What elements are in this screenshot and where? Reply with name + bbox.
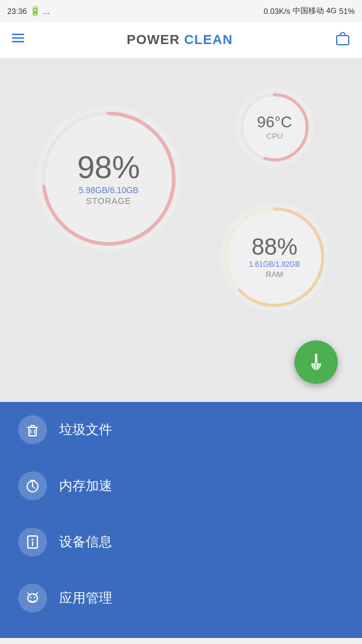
apps-icon-wrap	[18, 584, 47, 613]
info-icon	[25, 534, 40, 550]
hamburger-icon[interactable]	[11, 31, 25, 49]
storage-percent: 98%	[77, 151, 140, 183]
trash-icon	[25, 422, 40, 438]
svg-point-33	[30, 597, 31, 598]
svg-line-35	[28, 593, 29, 595]
svg-rect-3	[337, 36, 349, 45]
device-icon-wrap	[18, 528, 47, 556]
clean-fab-button[interactable]	[294, 340, 338, 384]
cpu-gauge: 96°C CPU	[235, 88, 314, 167]
svg-point-34	[34, 597, 35, 598]
status-notification-icon: 🔋	[30, 5, 41, 16]
bag-icon[interactable]	[334, 30, 351, 50]
status-time: 23:36	[7, 7, 27, 16]
nav-item-apps[interactable]: 应用管理	[0, 570, 362, 626]
nav-item-device[interactable]: 设备信息	[0, 514, 362, 570]
storage-used: 5.98GB/6.10GB	[79, 185, 139, 195]
status-dots: ...	[43, 7, 50, 16]
junk-label: 垃圾文件	[59, 421, 112, 439]
ram-used: 1.61GB/1.82GB	[249, 260, 300, 269]
nav-item-memory[interactable]: 内存加速	[0, 458, 362, 514]
app-title: POWER CLEAN	[127, 32, 233, 48]
ram-gauge: 88% 1.61GB/1.82GB RAM	[220, 203, 329, 311]
title-clean: CLEAN	[184, 32, 233, 47]
android-icon	[25, 590, 40, 606]
app-header: POWER CLEAN	[0, 22, 362, 58]
svg-rect-13	[315, 354, 317, 363]
bottom-navigation: 垃圾文件 内存加速 设备信息	[0, 402, 362, 638]
status-carrier: 中国移动 4G	[293, 5, 337, 16]
memory-icon-wrap	[18, 471, 47, 500]
title-power: POWER	[127, 32, 180, 47]
svg-line-26	[33, 486, 35, 488]
status-time-area: 23:36 🔋 ...	[7, 5, 49, 16]
status-network: 0.03K/s	[264, 7, 290, 16]
apps-label: 应用管理	[59, 589, 112, 607]
storage-info: 98% 5.98GB/6.10GB STORAGE	[36, 106, 181, 251]
nav-item-junk[interactable]: 垃圾文件	[0, 402, 362, 458]
ram-label: RAM	[266, 270, 284, 279]
status-bar: 23:36 🔋 ... 0.03K/s 中国移动 4G 51%	[0, 0, 362, 22]
svg-line-36	[36, 593, 37, 595]
svg-rect-17	[29, 427, 36, 436]
svg-point-30	[32, 539, 34, 541]
timer-icon	[25, 478, 40, 494]
storage-gauge: 98% 5.98GB/6.10GB STORAGE	[36, 106, 181, 251]
device-label: 设备信息	[59, 533, 112, 551]
cpu-info: 96°C CPU	[235, 88, 314, 167]
ram-percent: 88%	[252, 235, 297, 258]
cpu-label: CPU	[266, 132, 282, 141]
cpu-temp: 96°C	[257, 114, 292, 130]
memory-label: 内存加速	[59, 477, 112, 495]
storage-label: STORAGE	[86, 196, 131, 206]
ram-info: 88% 1.61GB/1.82GB RAM	[220, 203, 329, 311]
status-battery: 51%	[339, 7, 355, 16]
svg-point-32	[28, 594, 37, 602]
junk-icon-wrap	[18, 415, 47, 444]
dashboard-area: 98% 5.98GB/6.10GB STORAGE 96°C CPU	[0, 58, 362, 402]
status-right-area: 0.03K/s 中国移动 4G 51%	[264, 5, 355, 16]
